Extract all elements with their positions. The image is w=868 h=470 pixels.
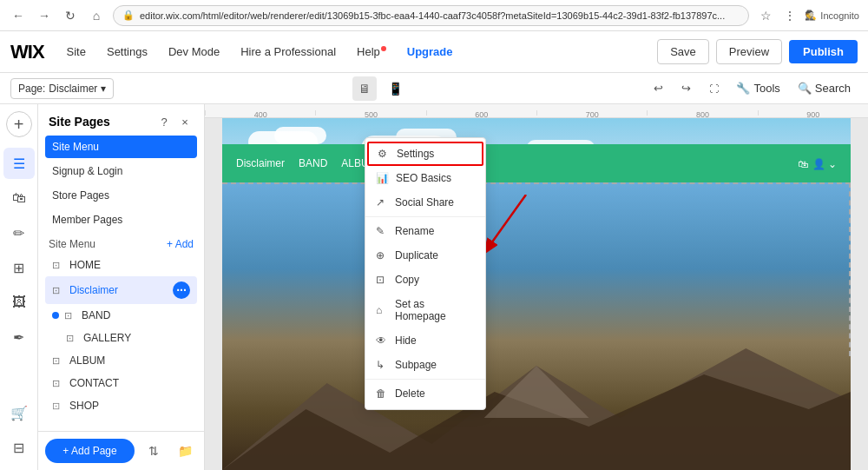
- panel-section-header: Site Menu + Add: [38, 231, 204, 254]
- context-menu-copy[interactable]: ⊡ Copy: [365, 268, 485, 292]
- rail-bag-icon[interactable]: 🛒: [3, 397, 35, 428]
- list-item[interactable]: ⊡ HOME: [45, 254, 197, 276]
- horizontal-ruler: 400 500 600 700 800 900: [205, 104, 868, 118]
- preview-button[interactable]: Preview: [716, 39, 782, 64]
- browser-chrome: ← → ↻ ⌂ 🔒 editor.wix.com/html/editor/web…: [0, 0, 868, 31]
- bookmark-button[interactable]: ☆: [756, 6, 775, 25]
- context-item-label: Social Share: [395, 196, 454, 209]
- rail-design-icon[interactable]: ✏: [3, 217, 35, 248]
- rail-pen-icon[interactable]: ✒: [3, 321, 35, 353]
- undo-button[interactable]: ↩: [646, 76, 670, 101]
- tab-member-pages[interactable]: Member Pages: [45, 209, 197, 231]
- add-page-button[interactable]: + Add Page: [45, 439, 135, 463]
- list-item[interactable]: ⊡ BAND: [45, 304, 197, 327]
- list-item[interactable]: ⊡ Disclaimer ···: [45, 276, 197, 304]
- menu-item-site[interactable]: Site: [58, 40, 95, 63]
- menu-item-hire[interactable]: Hire a Professional: [232, 40, 345, 63]
- page-name: ALBUM: [69, 354, 190, 367]
- context-menu-divider-2: [365, 379, 485, 380]
- tools-button[interactable]: 🔧 Tools: [729, 78, 786, 99]
- browser-actions: ☆ ⋮ 🕵 Incognito: [756, 6, 859, 25]
- list-item[interactable]: ⊡ CONTACT: [45, 372, 197, 394]
- context-menu-homepage[interactable]: ⌂ Set as Homepage: [365, 292, 485, 328]
- context-menu-divider: [365, 216, 485, 217]
- page-name: GALLERY: [83, 332, 190, 344]
- publish-button[interactable]: Publish: [789, 40, 858, 63]
- home-button[interactable]: ⌂: [87, 6, 106, 25]
- save-button[interactable]: Save: [657, 39, 709, 64]
- ruler-mark: 500: [315, 110, 425, 116]
- copy-icon: ⊡: [376, 274, 388, 286]
- mobile-view-button[interactable]: 📱: [384, 76, 408, 101]
- seo-icon: 📊: [376, 172, 389, 184]
- list-item[interactable]: ⊡ SHOP: [45, 394, 197, 417]
- rail-elements-icon[interactable]: ⊞: [3, 252, 35, 283]
- help-badge: [381, 46, 386, 51]
- page-icon: ⊡: [66, 333, 78, 344]
- page-icon: ⊡: [52, 355, 64, 367]
- page-options-button[interactable]: ···: [173, 281, 190, 299]
- menu-item-help[interactable]: Help: [348, 40, 395, 63]
- page-name: SHOP: [69, 400, 190, 412]
- topbar-right: Save Preview Publish: [657, 39, 858, 64]
- page-bar-right: ↩ ↪ ⛶ 🔧 Tools 🔍 Search: [646, 76, 858, 101]
- nav-bag-icon[interactable]: 🛍: [798, 158, 808, 170]
- panel-help-button[interactable]: ?: [155, 113, 173, 130]
- desktop-view-button[interactable]: 🖥: [352, 76, 377, 101]
- menu-item-upgrade[interactable]: Upgrade: [398, 40, 462, 63]
- menu-item-dev-mode[interactable]: Dev Mode: [160, 40, 228, 63]
- search-icon: 🔍: [798, 82, 812, 95]
- add-link[interactable]: + Add: [167, 238, 194, 250]
- forward-button[interactable]: →: [35, 6, 54, 25]
- nav-band[interactable]: BAND: [299, 157, 327, 169]
- page-bar-center: 🖥 📱: [121, 76, 639, 101]
- context-menu-duplicate[interactable]: ⊕ Duplicate: [365, 243, 485, 268]
- tab-store-pages[interactable]: Store Pages: [45, 184, 197, 207]
- browser-settings-button[interactable]: ⋮: [780, 6, 799, 25]
- rename-icon: ✎: [376, 225, 388, 237]
- menu-item-settings[interactable]: Settings: [98, 40, 156, 63]
- landscape-background: [222, 182, 851, 470]
- tab-signup-login[interactable]: Signup & Login: [45, 160, 197, 182]
- page-name: BAND: [82, 309, 190, 321]
- page-icon: ⊡: [52, 378, 64, 389]
- nav-disclaimer[interactable]: Disclaimer: [236, 157, 285, 169]
- list-item[interactable]: ⊡ ALBUM: [45, 349, 197, 372]
- fit-button[interactable]: ⛶: [701, 76, 726, 101]
- delete-icon: 🗑: [376, 387, 388, 400]
- context-item-label: Settings: [397, 148, 434, 160]
- context-menu-hide[interactable]: 👁 Hide: [365, 328, 485, 353]
- back-button[interactable]: ←: [9, 6, 28, 25]
- subpage-icon: ↳: [376, 359, 388, 371]
- page-icon: ⊡: [64, 310, 76, 321]
- context-item-label: Rename: [395, 225, 434, 237]
- tab-site-menu[interactable]: Site Menu: [45, 136, 197, 158]
- context-menu-subpage[interactable]: ↳ Subpage: [365, 353, 485, 377]
- panel-close-button[interactable]: ×: [176, 113, 194, 130]
- rail-media-icon[interactable]: 🖼: [3, 287, 35, 318]
- context-item-label: Set as Homepage: [395, 298, 475, 322]
- page-selector[interactable]: Page: Disclaimer ▾: [10, 78, 114, 99]
- nav-user-icon[interactable]: 👤 ⌄: [812, 158, 837, 170]
- incognito-icon: 🕵: [805, 10, 817, 21]
- rail-store-icon[interactable]: 🛍: [3, 182, 35, 214]
- page-item-actions: ···: [173, 281, 190, 299]
- folder-button[interactable]: 📁: [173, 439, 197, 463]
- share-pages-button[interactable]: ⇅: [141, 439, 166, 463]
- site-pages-panel: Site Pages ? × Site Menu Signup & Login …: [38, 104, 205, 470]
- rail-pages-icon[interactable]: ☰: [3, 148, 35, 179]
- context-menu-delete[interactable]: 🗑 Delete: [365, 381, 485, 406]
- search-button[interactable]: 🔍 Search: [791, 78, 858, 99]
- context-menu-social[interactable]: ↗ Social Share: [365, 190, 485, 215]
- panel-tabs: Site Menu Signup & Login Store Pages Mem…: [38, 136, 204, 231]
- rail-add-icon[interactable]: +: [6, 111, 32, 137]
- rail-layers-icon[interactable]: ⊟: [3, 432, 35, 463]
- context-menu-rename[interactable]: ✎ Rename: [365, 219, 485, 243]
- url-text: editor.wix.com/html/editor/web/renderer/…: [140, 10, 740, 21]
- ruler-mark: 900: [758, 110, 868, 116]
- context-menu-seo[interactable]: 📊 SEO Basics: [365, 166, 485, 190]
- list-item[interactable]: ⊡ GALLERY: [45, 327, 197, 349]
- redo-button[interactable]: ↪: [674, 76, 698, 101]
- context-menu-settings[interactable]: ⚙ Settings: [367, 142, 483, 166]
- refresh-button[interactable]: ↻: [61, 6, 80, 25]
